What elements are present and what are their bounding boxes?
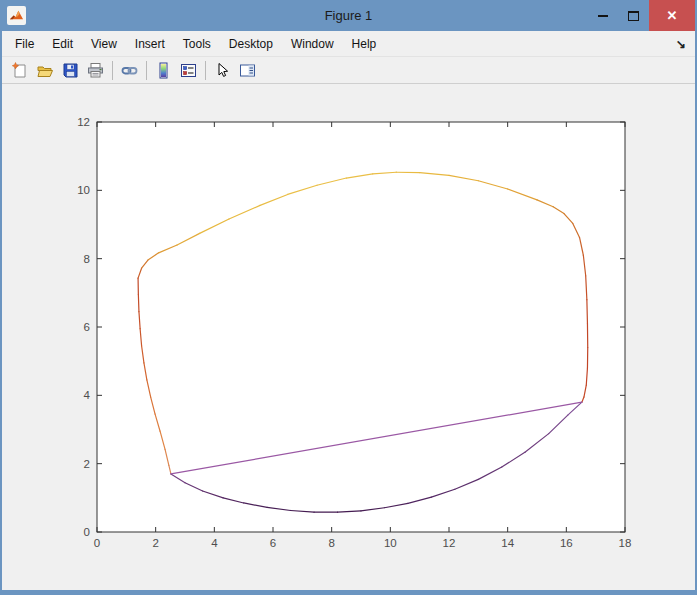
save-figure-icon (62, 62, 79, 79)
figure-toolbar (2, 57, 695, 84)
maximize-icon (628, 11, 639, 21)
x-tick-label: 4 (211, 537, 218, 549)
open-file-icon (37, 62, 54, 79)
axes-box (97, 122, 625, 532)
y-tick-label: 0 (84, 526, 90, 538)
edit-plot-button[interactable] (211, 59, 233, 81)
insert-colorbar-button[interactable] (152, 59, 174, 81)
maximize-button[interactable] (618, 0, 649, 31)
minimize-icon (598, 15, 608, 17)
series-segment (587, 300, 588, 324)
minimize-button[interactable] (588, 0, 618, 31)
y-tick-label: 4 (84, 389, 91, 401)
close-button[interactable]: ✕ (649, 0, 695, 31)
close-icon: ✕ (667, 8, 678, 23)
y-tick-label: 10 (77, 184, 90, 196)
link-plot-icon (121, 62, 138, 79)
x-tick-label: 12 (443, 537, 456, 549)
plot-svg: 024681012141618024681012 (2, 84, 695, 590)
print-figure-button[interactable] (84, 59, 106, 81)
open-file-button[interactable] (34, 59, 56, 81)
figure-window: Figure 1 ✕ FileEditViewInsertToolsDeskto… (0, 0, 697, 595)
x-tick-label: 16 (560, 537, 573, 549)
menu-item-window[interactable]: Window (282, 32, 343, 56)
x-tick-label: 10 (384, 537, 397, 549)
toolbar-separator (112, 61, 113, 80)
y-tick-label: 2 (84, 458, 90, 470)
insert-legend-button[interactable] (177, 59, 199, 81)
figure-canvas: 024681012141618024681012 (2, 84, 695, 590)
menu-item-insert[interactable]: Insert (126, 32, 174, 56)
title-bar[interactable]: Figure 1 ✕ (0, 0, 697, 31)
menu-bar: FileEditViewInsertToolsDesktopWindowHelp… (2, 31, 695, 57)
menu-item-help[interactable]: Help (343, 32, 386, 56)
x-tick-label: 2 (152, 537, 158, 549)
menu-item-tools[interactable]: Tools (174, 32, 220, 56)
series-segment (138, 295, 139, 312)
dock-figure-icon[interactable]: ↘ (676, 37, 695, 51)
show-plot-tools-icon (239, 62, 256, 79)
link-plot-button[interactable] (118, 59, 140, 81)
x-tick-label: 0 (94, 537, 100, 549)
insert-colorbar-icon (155, 62, 172, 79)
print-figure-icon (87, 62, 104, 79)
x-tick-label: 14 (501, 537, 514, 549)
new-figure-button[interactable] (9, 59, 31, 81)
menu-item-view[interactable]: View (82, 32, 126, 56)
show-plot-tools-button[interactable] (236, 59, 258, 81)
edit-plot-icon (214, 62, 231, 79)
menu-item-desktop[interactable]: Desktop (220, 32, 282, 56)
x-tick-label: 18 (619, 537, 632, 549)
y-tick-label: 12 (77, 116, 90, 128)
save-figure-button[interactable] (59, 59, 81, 81)
insert-legend-icon (180, 62, 197, 79)
x-tick-label: 8 (328, 537, 334, 549)
new-figure-icon (12, 62, 29, 79)
toolbar-separator (205, 61, 206, 80)
window-controls: ✕ (588, 0, 695, 31)
menu-item-edit[interactable]: Edit (43, 32, 82, 56)
x-tick-label: 6 (270, 537, 276, 549)
y-tick-label: 8 (84, 253, 90, 265)
menu-item-file[interactable]: File (6, 32, 43, 56)
toolbar-separator (146, 61, 147, 80)
y-tick-label: 6 (84, 321, 90, 333)
